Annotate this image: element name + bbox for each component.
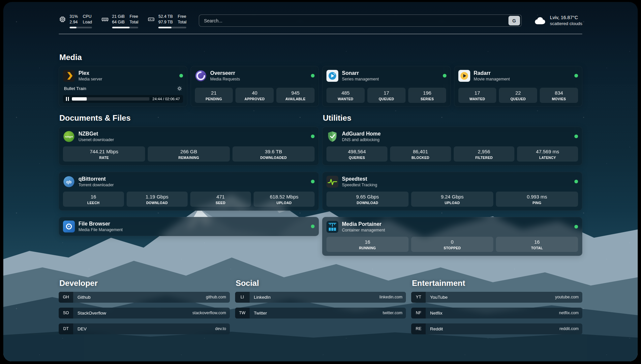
service-name: Sonarr (342, 70, 439, 76)
bookmark-url: dev.to (215, 326, 226, 331)
status-dot (574, 74, 578, 77)
service-card-filebrowser: File Browser Media File Management (59, 217, 319, 236)
nzbget-icon: nzbget (63, 131, 75, 142)
bookmark-name: Netflix (430, 311, 559, 316)
bookmark-youtube[interactable]: YT YouTube youtube.com (411, 292, 582, 303)
cpu-progress-bar (70, 27, 92, 28)
group-title-entertainment: Entertainment (412, 279, 582, 288)
stat-leech: 16LEECH (63, 192, 124, 207)
cpu-usage-value: 31% (70, 14, 78, 19)
service-card-plex: Plex Media server Bullet Train 24:44 / 0… (59, 66, 187, 107)
cloud-icon (534, 16, 546, 25)
memory-widget: 21 GiB 64 GiB Free Total (101, 14, 138, 28)
stat-ping: 0.993 msPING (496, 192, 578, 207)
plex-icon (63, 70, 75, 82)
service-card-sonarr: Sonarr Series management 485WANTED 17QUE… (322, 66, 451, 107)
playback-progress (72, 97, 149, 101)
service-name: File Browser (78, 221, 307, 227)
service-desc: Torrent downloader (78, 183, 307, 187)
status-dot (574, 225, 578, 228)
service-link-radarr[interactable]: Radarr Movie management (458, 70, 578, 82)
service-stats: 485WANTED 17QUEUED 196SERIES (326, 88, 446, 103)
portainer-icon (326, 221, 338, 233)
service-desc: Usenet downloader (78, 137, 307, 142)
service-link-plex[interactable]: Plex Media server (63, 70, 183, 82)
bookmark-linkedin[interactable]: LI LinkedIn linkedin.com (235, 292, 406, 303)
search-input[interactable] (204, 18, 508, 23)
service-desc: Media File Management (78, 228, 307, 232)
speedtest-icon (326, 176, 338, 188)
search-bar: G (199, 15, 521, 27)
bookmark-reddit[interactable]: RE Reddit reddit.com (411, 323, 582, 334)
stat-approved: 40APPROVED (235, 88, 274, 103)
search-provider-button[interactable]: G (508, 16, 520, 25)
bookmark-dev[interactable]: DT DEV dev.to (59, 323, 230, 334)
service-link-speedtest[interactable]: Speedtest Speedtest Tracking (326, 176, 578, 188)
memory-free-value: 21 GiB (112, 14, 125, 19)
service-desc: Media server (78, 77, 176, 81)
service-stats: 744.21 MbpsRATE 266 GBREMAINING 39.6 TBD… (63, 146, 315, 162)
service-name: Radarr (474, 70, 571, 76)
bookmark-netflix[interactable]: NF Netflix netflix.com (411, 308, 582, 318)
service-card-speedtest: Speedtest Speedtest Tracking 9.65 GbpsDO… (322, 172, 582, 211)
service-link-portainer[interactable]: Media Portainer Container management (326, 221, 578, 233)
stat-wanted: 485WANTED (326, 88, 365, 103)
bookmark-github[interactable]: GH Github github.com (59, 292, 230, 303)
service-name: Plex (78, 70, 176, 76)
stat-upload: 9.24 GbpsUPLOAD (411, 192, 493, 207)
status-dot (311, 225, 315, 228)
stat-filtered: 2,956FILTERED (454, 146, 515, 162)
bookmark-url: linkedin.com (380, 295, 402, 299)
stat-remaining: 266 GBREMAINING (148, 146, 230, 162)
disk-total-label: Total (178, 19, 186, 25)
service-link-adguard[interactable]: AdGuard Home DNS and adblocking (326, 131, 578, 142)
adguard-icon (326, 131, 338, 142)
service-desc: Container management (342, 228, 571, 232)
stat-upload: 618.52 MbpsUPLOAD (254, 192, 315, 207)
service-card-portainer: Media Portainer Container management 16R… (322, 217, 582, 256)
bookmark-abbr: SO (59, 308, 73, 318)
stat-downloaded: 39.6 TBDOWNLOADED (232, 146, 315, 162)
service-link-qbittorrent[interactable]: qb qBittorrent Torrent downloader (63, 176, 315, 188)
disk-total-value: 97.9 TB (158, 19, 173, 25)
group-title-utilities: Utilities (323, 113, 582, 123)
bookmark-url: github.com (206, 295, 226, 299)
bookmark-stackoverflow[interactable]: SO StackOverflow stackoverflow.com (59, 308, 230, 318)
stat-wanted: 17WANTED (458, 88, 497, 103)
topbar-separator (59, 34, 582, 34)
stat-queued: 17QUEUED (367, 88, 406, 103)
memory-total-value: 64 GiB (112, 19, 125, 25)
bookmark-abbr: RE (411, 323, 426, 334)
bookmark-abbr: TW (235, 308, 250, 318)
bookmark-url: reddit.com (560, 326, 579, 331)
utilities-column: Utilities AdGuard Home DNS and adblockin… (322, 113, 582, 262)
bookmark-twitter[interactable]: TW Twitter twitter.com (235, 308, 406, 318)
service-link-sonarr[interactable]: Sonarr Series management (326, 70, 446, 82)
top-bar: 31% 2.94 CPU Load (59, 14, 582, 28)
stat-download: 1.19 GbpsDOWNLOAD (127, 192, 188, 207)
memory-icon (101, 15, 109, 23)
gear-icon[interactable] (177, 86, 182, 91)
service-name: NZBGet (78, 131, 307, 137)
group-title-developer: Developer (59, 279, 230, 288)
radarr-icon (458, 70, 470, 82)
playback-time: 24:44 / 02:06:47 (152, 97, 180, 101)
service-link-nzbget[interactable]: nzbget NZBGet Usenet downloader (63, 131, 315, 142)
pause-icon[interactable] (66, 97, 69, 101)
memory-total-label: Total (130, 19, 138, 25)
disk-free-value: 52.4 TB (158, 14, 173, 19)
bookmark-name: LinkedIn (254, 295, 380, 300)
service-card-overseerr: Overseerr Media Requests 21PENDING 40APP… (191, 66, 319, 107)
bookmark-url: twitter.com (383, 311, 403, 315)
stat-queued: 22QUEUED (499, 88, 537, 103)
now-playing-title: Bullet Train (64, 86, 86, 91)
service-link-filebrowser[interactable]: File Browser Media File Management (63, 221, 315, 232)
bookmark-abbr: YT (411, 292, 426, 303)
status-dot (574, 135, 578, 138)
stat-stopped: 0STOPPED (411, 237, 493, 252)
documents-column: Documents & Files nzbget NZBGet Usenet d… (59, 113, 319, 262)
service-stats: 16RUNNING 0STOPPED 16TOTAL (326, 237, 578, 252)
service-link-overseerr[interactable]: Overseerr Media Requests (195, 70, 315, 82)
stat-seed: 471SEED (190, 192, 251, 207)
service-name: Speedtest (342, 176, 571, 182)
